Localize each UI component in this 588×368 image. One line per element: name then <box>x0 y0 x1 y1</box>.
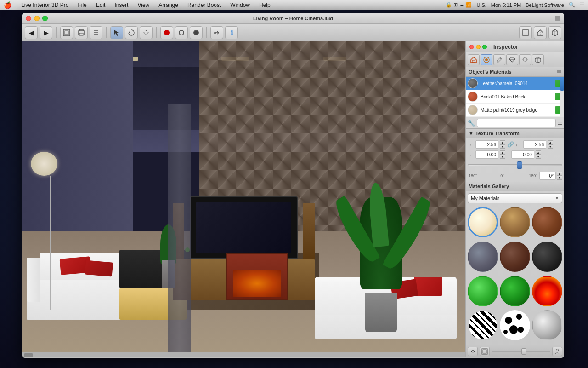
swatch-cream[interactable] <box>468 207 498 237</box>
inspector-fit-button[interactable] <box>480 347 490 356</box>
offset-x-step-down[interactable]: ▼ <box>500 155 505 159</box>
inspector-tab-house[interactable] <box>468 54 480 65</box>
move-tool[interactable] <box>140 26 153 39</box>
apple-menu[interactable]: 🍎 <box>4 1 11 9</box>
rotation-stepper[interactable]: ▲ ▼ <box>557 172 562 180</box>
info-button[interactable]: ℹ <box>225 26 238 39</box>
rotate-tool[interactable] <box>125 26 138 39</box>
swatch-wood[interactable] <box>500 207 530 237</box>
inspector-person-button[interactable] <box>552 347 562 356</box>
3d-viewport[interactable] <box>22 41 465 357</box>
menu-arrange[interactable]: Arrange <box>157 2 180 8</box>
list-button[interactable] <box>90 26 102 39</box>
back-button[interactable]: ◀ <box>25 26 38 39</box>
rotation-value-field[interactable]: 0° <box>539 172 556 180</box>
swatch-brick[interactable] <box>532 207 562 237</box>
inspector-tab-edit[interactable] <box>493 54 505 65</box>
swatch-spots[interactable] <box>500 310 530 340</box>
inspector-tab-gem[interactable] <box>506 54 518 65</box>
options-icon[interactable]: ☰ <box>558 120 562 126</box>
material-search-input[interactable] <box>477 119 556 127</box>
maximize-button[interactable] <box>42 16 48 21</box>
material-swatch-brick <box>468 92 478 102</box>
search-icon[interactable]: 🔍 <box>569 2 575 8</box>
inspector-tab-material[interactable] <box>481 54 492 65</box>
swatch-darkwood[interactable] <box>500 242 530 272</box>
swatch-fire[interactable] <box>532 276 562 306</box>
viewport-scrollbar-bottom[interactable] <box>22 352 465 357</box>
house-view-button[interactable] <box>534 26 547 39</box>
height-step-up[interactable]: ▲ <box>548 140 553 144</box>
walkthrough-button[interactable] <box>210 26 223 39</box>
floor-plan-button[interactable] <box>60 26 73 39</box>
offset-y-field[interactable]: 0.00 <box>511 150 534 159</box>
record-button[interactable] <box>160 26 173 39</box>
menu-view[interactable]: View <box>136 2 151 8</box>
height-step-down[interactable]: ▼ <box>548 144 553 149</box>
materials-scroll-thumb[interactable] <box>560 77 564 91</box>
offset-x-step-up[interactable]: ▲ <box>500 150 505 155</box>
forward-button[interactable]: ▶ <box>40 26 52 39</box>
inspector-tab-object[interactable] <box>532 54 544 65</box>
close-button[interactable] <box>26 16 31 21</box>
material-item-leather[interactable]: Leather/pamela_09014 <box>466 77 564 90</box>
2d-view-button[interactable] <box>519 26 532 39</box>
select-tool[interactable] <box>110 26 123 39</box>
offset-y-step-up[interactable]: ▲ <box>536 150 541 155</box>
rotation-step-down[interactable]: ▼ <box>557 176 562 180</box>
swatch-black[interactable] <box>532 242 562 272</box>
inspector-minimize[interactable] <box>476 45 481 49</box>
texture-height-field[interactable]: 2.56 <box>523 140 546 149</box>
link-icon[interactable]: 🔗 <box>507 141 514 148</box>
menu-file[interactable]: File <box>76 2 88 8</box>
inspector-slider-thumb[interactable] <box>521 348 526 355</box>
offset-y-step-down[interactable]: ▼ <box>536 155 541 159</box>
inspector-bottom-bar: ⚙ <box>466 345 564 357</box>
texture-width-field[interactable]: 2.56 <box>475 140 498 149</box>
swatch-bright-green[interactable] <box>468 276 498 306</box>
menu-insert[interactable]: Insert <box>113 2 130 8</box>
menubar-right: 🔒 ⊞ ☁ 📶 U.S. Mon 5:11 PM BeLight Softwar… <box>446 2 584 8</box>
swatch-zebra[interactable] <box>468 310 498 340</box>
svg-point-25 <box>556 349 559 351</box>
swatch-dark-green[interactable] <box>500 276 530 306</box>
camera-button[interactable] <box>175 26 188 39</box>
print-button[interactable] <box>75 26 88 39</box>
swatch-stone[interactable] <box>468 242 498 272</box>
gallery-dropdown[interactable]: My Materials ▼ <box>468 193 562 203</box>
swatch-metal[interactable] <box>532 310 562 340</box>
minimize-button[interactable] <box>34 16 40 21</box>
offset-y-stepper[interactable]: ▲ ▼ <box>536 150 541 159</box>
menu-icon[interactable]: ☰ <box>580 2 584 8</box>
width-stepper[interactable]: ▲ ▼ <box>500 140 505 149</box>
rotation-step-up[interactable]: ▲ <box>557 172 562 176</box>
menu-window[interactable]: Window <box>229 2 251 8</box>
svg-point-17 <box>523 58 527 61</box>
menu-render[interactable]: Render Boost <box>186 2 222 8</box>
materials-scrollbar[interactable] <box>560 77 564 117</box>
3d-view-button[interactable] <box>548 26 561 39</box>
eyedropper-icon[interactable]: 🔧 <box>468 120 475 126</box>
scroll-handle[interactable] <box>24 353 33 357</box>
inspector-zoom[interactable] <box>482 45 487 49</box>
menu-help[interactable]: Help <box>258 2 272 8</box>
height-stepper[interactable]: ▲ ▼ <box>548 140 553 149</box>
rotation-thumb[interactable] <box>517 161 522 169</box>
section-options-icon[interactable] <box>557 69 561 74</box>
window-resize-btn[interactable]: — <box>555 16 560 21</box>
inspector-tab-light[interactable] <box>519 54 531 65</box>
inspector-close[interactable] <box>469 45 474 49</box>
menu-edit[interactable]: Edit <box>95 2 107 8</box>
inspector-settings-button[interactable]: ⚙ <box>468 347 478 356</box>
width-step-up[interactable]: ▲ <box>500 140 505 144</box>
width-step-down[interactable]: ▼ <box>500 144 505 149</box>
material-item-brick[interactable]: Brick/001 Baked Brick <box>466 90 564 104</box>
texture-transform-arrow[interactable]: ▼ <box>469 131 474 136</box>
inspector-slider-container <box>492 348 550 355</box>
menu-app[interactable]: Live Interior 3D Pro <box>20 2 70 8</box>
photo-button[interactable] <box>190 26 203 39</box>
material-item-matte[interactable]: Matte paint/1019 grey beige <box>466 104 564 117</box>
offset-x-stepper[interactable]: ▲ ▼ <box>500 150 505 159</box>
brand: BeLight Software <box>526 2 564 8</box>
offset-x-field[interactable]: 0.00 <box>475 150 498 159</box>
